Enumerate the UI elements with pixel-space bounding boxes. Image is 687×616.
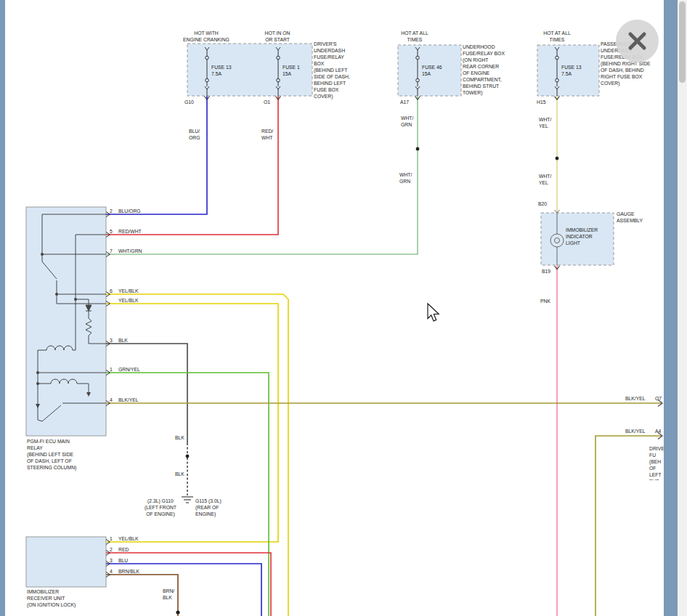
splice-dot-brn-blk — [176, 610, 179, 614]
wire-label-blu-org: BLU/ ORG — [189, 128, 200, 141]
wire-label-wht-grn-2: WHT/ GRN — [399, 171, 412, 185]
junction-dots — [176, 147, 558, 615]
desc-drivers-underdash: DRIVER'S UNDERDASH FUSE/RELAY BOX (BEHIN… — [314, 41, 350, 100]
ground-g115-label: G115 (3.0L) (REAR OF ENGINE) — [195, 498, 221, 517]
close-button[interactable] — [616, 20, 659, 62]
scrollbar-thumb[interactable] — [679, 1, 686, 83]
relay-pin-row-2: 2BLU/ORG — [110, 208, 141, 214]
wire-label-brn-blk: BRN/ BLK — [163, 588, 174, 601]
wire-blu-org — [106, 96, 207, 214]
connector-o1: O1 — [264, 99, 270, 105]
immobilizer-receiver-box — [26, 537, 106, 587]
wire-label-blk-1: BLK — [175, 434, 184, 441]
diagram-canvas: HOT WITH ENGINE CRANKING HOT IN ON OR ST… — [0, 0, 687, 616]
relay-pin-row-yel2: YEL/BLK — [110, 297, 139, 304]
ground-g110-label: (2.3L) G110 (LEFT FRONT OF ENGINE) — [139, 498, 182, 517]
relay-pin-row-7: 7WHT/GRN — [110, 248, 142, 254]
exit-o7-wire-label: BLK/YEL — [625, 395, 646, 402]
close-icon — [616, 20, 659, 62]
wire-label-red-wht: RED/ WHT — [261, 128, 273, 141]
exit-a4-connector: A4 — [655, 428, 661, 434]
vertical-scrollbar[interactable] — [678, 0, 687, 616]
connector-g10: G10 — [184, 99, 194, 105]
receiver-pin-row-1: 1YEL/BLK — [110, 535, 139, 542]
wires — [106, 96, 662, 616]
fuse-13-driver-label: FUSE 137.5A — [211, 57, 232, 84]
connector-b19: B19 — [542, 268, 550, 275]
relay-pin-row-4: 4BLK/YEL — [110, 397, 139, 403]
wire-yel-blk-2 — [106, 304, 278, 542]
connector-h15: H15 — [537, 99, 545, 105]
relay-pin-row-6: 6YEL/BLK — [110, 288, 139, 294]
splice-dot-wht-grn — [416, 147, 420, 151]
wire-label-wht-yel-2: WHT/ YEL — [539, 173, 551, 186]
connector-b20: B20 — [538, 200, 547, 207]
wire-red — [106, 553, 271, 616]
receiver-pin-row-3: 3BLU — [110, 557, 128, 564]
pgm-fi-relay-caption: PGM-FI ECU MAIN RELAY (BEHIND LEFT SIDE … — [27, 438, 76, 471]
connector-a17: A17 — [400, 99, 409, 105]
label-hot-engine-cranking: HOT WITH ENGINE CRANKING — [181, 30, 232, 43]
wire-label-blk-2: BLK — [175, 471, 184, 477]
label-hot-in-on-or-start: HOT IN ON OR START — [256, 30, 299, 43]
relay-pin-row-1: 1GRN/YEL — [110, 366, 140, 373]
relay-pin-row-3: 3BLK — [110, 337, 128, 344]
wire-label-pnk: PNK — [540, 298, 550, 304]
pin-chevrons — [106, 212, 110, 578]
receiver-pin-row-4: 4BRN/BLK — [110, 568, 139, 575]
relay-pin-row-5: 5RED/WHT — [110, 228, 142, 235]
fuse-46-label: FUSE 4615A — [422, 57, 442, 84]
fuse-1-label: FUSE 115A — [282, 57, 300, 84]
ground-symbol-icon — [182, 497, 193, 503]
fuse-13-passenger-label: FUSE 137.5A — [561, 57, 582, 84]
wire-wht-grn — [106, 96, 418, 254]
immobilizer-indicator-light-label: IMMOBILIZER INDICATOR LIGHT — [566, 227, 598, 246]
wire-label-wht-grn-1: WHT/ GRN — [401, 115, 413, 128]
immobilizer-receiver-caption: IMMOBILIZER RECEIVER UNIT (ON IGNITION L… — [27, 588, 76, 608]
desc-underhood: UNDERHOOD FUSE/RELAY BOX (ON RIGHT REAR … — [463, 44, 505, 96]
mouse-cursor — [428, 304, 439, 321]
fuse-boxes — [187, 44, 614, 265]
splice-dot-wht-yel — [556, 157, 559, 161]
exit-a4-wire-label: BLK/YEL — [625, 428, 646, 434]
label-hot-at-all-times-2: HOT AT ALL TIMES — [535, 30, 579, 43]
receiver-pin-row-2: 2RED — [110, 546, 129, 553]
label-hot-at-all-times-1: HOT AT ALL TIMES — [393, 30, 436, 43]
wire-blk — [106, 344, 187, 443]
page-left-border — [0, 0, 5, 616]
exit-o7-connector: O7 — [655, 395, 662, 402]
page-right-border — [664, 0, 678, 616]
connector-marks — [205, 97, 560, 270]
wire-label-wht-yel-1: WHT/ YEL — [539, 116, 551, 129]
gauge-assembly-title: GAUGE ASSEMBLY — [617, 211, 643, 224]
splice-dot-blk — [186, 455, 190, 458]
